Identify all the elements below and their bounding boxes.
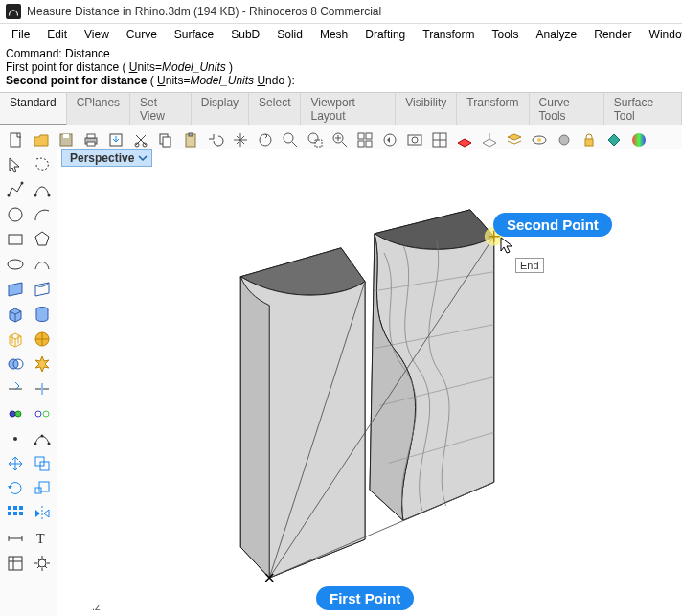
menu-surface[interactable]: Surface xyxy=(167,26,221,43)
cylinder-icon[interactable] xyxy=(31,303,54,326)
copy2-icon[interactable] xyxy=(31,452,54,475)
svg-rect-52 xyxy=(35,488,41,493)
copy-icon[interactable] xyxy=(155,129,176,150)
tab-surfacetools[interactable]: Surface Tool xyxy=(604,93,682,125)
cmd3-u1[interactable]: U xyxy=(157,74,166,87)
options-icon[interactable] xyxy=(31,552,54,575)
scale-icon[interactable] xyxy=(31,477,54,500)
zoom-icon[interactable] xyxy=(280,129,301,150)
import-icon[interactable] xyxy=(105,129,126,150)
tab-standard[interactable]: Standard xyxy=(0,93,67,125)
named-views-icon[interactable] xyxy=(404,129,425,150)
menu-mesh[interactable]: Mesh xyxy=(312,26,355,43)
ellipse-icon[interactable] xyxy=(4,253,27,276)
polygon-icon[interactable] xyxy=(31,228,54,251)
svg-point-31 xyxy=(7,194,10,197)
polyline-icon[interactable] xyxy=(4,178,27,201)
move-icon[interactable] xyxy=(4,452,27,475)
menu-drafting[interactable]: Drafting xyxy=(357,26,413,43)
menu-solid[interactable]: Solid xyxy=(269,26,310,43)
open-icon[interactable] xyxy=(31,129,52,150)
zoom-selected-icon[interactable] xyxy=(305,129,326,150)
command-prompt[interactable]: Second point for distance ( Units=Model_… xyxy=(6,74,676,87)
cmd3-d: nits= xyxy=(166,74,191,87)
render-preview-icon[interactable] xyxy=(628,129,649,150)
svg-point-14 xyxy=(284,133,293,143)
points-on-icon[interactable] xyxy=(31,427,54,450)
cmd3-val[interactable]: Model_Units xyxy=(190,74,254,87)
mirror-icon[interactable] xyxy=(31,502,54,525)
svg-point-44 xyxy=(35,411,41,417)
menu-file[interactable]: File xyxy=(4,26,37,43)
menu-edit[interactable]: Edit xyxy=(39,26,75,43)
print-icon[interactable] xyxy=(80,129,102,150)
join-icon[interactable] xyxy=(4,402,27,425)
tab-setview[interactable]: Set View xyxy=(130,93,192,125)
point-icon[interactable] xyxy=(4,427,27,450)
tab-cplanes[interactable]: CPlanes xyxy=(67,93,130,125)
zoom-extents-icon[interactable] xyxy=(330,129,351,150)
properties-icon[interactable] xyxy=(4,552,27,575)
tab-visibility[interactable]: Visibility xyxy=(396,93,457,125)
lock-icon[interactable] xyxy=(579,129,600,150)
layers-icon[interactable] xyxy=(504,129,525,150)
viewport-tab[interactable]: Perspective xyxy=(61,149,152,167)
tab-select[interactable]: Select xyxy=(249,93,301,125)
explode-icon[interactable] xyxy=(31,353,54,376)
cplane-icon[interactable] xyxy=(454,129,475,150)
set-cplane-icon[interactable] xyxy=(479,129,500,150)
mesh-icon[interactable] xyxy=(4,328,27,351)
zoom-extents-all-icon[interactable] xyxy=(354,129,375,150)
subd-icon[interactable] xyxy=(31,328,54,351)
viewport-area[interactable]: Perspective xyxy=(57,149,682,616)
surface-edge-icon[interactable] xyxy=(31,278,54,301)
freeform-icon[interactable] xyxy=(31,253,54,276)
four-view-icon[interactable] xyxy=(429,129,450,150)
cmd3-u2[interactable]: U xyxy=(257,74,265,87)
menu-analyze[interactable]: Analyze xyxy=(529,26,585,43)
menu-view[interactable]: View xyxy=(77,26,117,43)
rotate-icon[interactable] xyxy=(4,477,27,500)
tab-display[interactable]: Display xyxy=(192,93,249,125)
pan-icon[interactable] xyxy=(230,129,251,150)
split-icon[interactable] xyxy=(31,377,54,400)
hide-icon[interactable] xyxy=(554,129,575,150)
explode2-icon[interactable] xyxy=(31,402,54,425)
tab-curvetools[interactable]: Curve Tools xyxy=(530,93,604,125)
text-icon[interactable]: T xyxy=(31,527,54,550)
viewport-canvas[interactable]: Second Point First Point End .z xyxy=(57,167,682,616)
chevron-down-icon[interactable] xyxy=(138,153,148,163)
rotate-view-icon[interactable] xyxy=(255,129,276,150)
box-icon[interactable] xyxy=(4,303,27,326)
cut-icon[interactable] xyxy=(130,129,151,150)
tab-transform[interactable]: Transform xyxy=(457,93,529,125)
array-icon[interactable] xyxy=(4,502,27,525)
menu-render[interactable]: Render xyxy=(586,26,639,43)
paste-icon[interactable] xyxy=(180,129,201,150)
dim-icon[interactable] xyxy=(4,527,27,550)
cmd2-val[interactable]: Model_Units xyxy=(162,60,226,74)
svg-rect-61 xyxy=(9,557,22,570)
undo-icon[interactable] xyxy=(205,129,226,150)
menu-tools[interactable]: Tools xyxy=(485,26,527,43)
rectangle-icon[interactable] xyxy=(4,228,27,251)
trim-icon[interactable] xyxy=(4,377,27,400)
undo-view-icon[interactable] xyxy=(379,129,400,150)
menu-transform[interactable]: Transform xyxy=(415,26,482,43)
boolean-icon[interactable] xyxy=(4,353,27,376)
show-icon[interactable] xyxy=(529,129,550,150)
render-icon[interactable] xyxy=(603,129,625,150)
circle-icon[interactable] xyxy=(4,203,27,226)
surface-icon[interactable] xyxy=(4,278,27,301)
pointer-icon[interactable] xyxy=(4,153,27,176)
menu-window[interactable]: Window xyxy=(642,26,682,43)
controlpoint-curve-icon[interactable] xyxy=(31,178,54,201)
save-icon[interactable] xyxy=(56,129,77,150)
lasso-icon[interactable] xyxy=(31,153,54,176)
arc-icon[interactable] xyxy=(31,203,54,226)
new-icon[interactable] xyxy=(6,129,27,150)
menu-curve[interactable]: Curve xyxy=(119,26,165,43)
tab-viewport-layout[interactable]: Viewport Layout xyxy=(301,93,396,125)
svg-rect-4 xyxy=(87,134,95,138)
menu-subd[interactable]: SubD xyxy=(223,26,267,43)
